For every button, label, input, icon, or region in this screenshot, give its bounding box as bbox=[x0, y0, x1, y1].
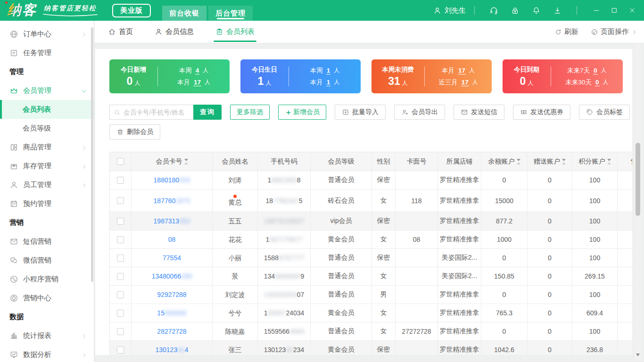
stat-link[interactable]: 本周4人 bbox=[179, 66, 209, 75]
sidebar-item-sms-marketing[interactable]: 短信营销 bbox=[0, 232, 94, 251]
table-row[interactable]: 1880180555 刘涛 188818058 普通会员 保密 罗世精准推拿 0… bbox=[110, 171, 632, 189]
card-no-consume-week[interactable]: 本周未消费 31人 本月17人 近三月17人 bbox=[372, 59, 492, 93]
member-card-link[interactable]: 15888888 bbox=[157, 309, 186, 317]
stat-link[interactable]: 本月17人 bbox=[177, 78, 210, 87]
add-member-button[interactable]: ＋新增会员 bbox=[278, 105, 326, 120]
page-operations-button[interactable]: 页面操作 bbox=[591, 27, 637, 36]
close-button[interactable] bbox=[625, 4, 639, 17]
row-checkbox[interactable] bbox=[117, 328, 124, 335]
download-icon[interactable] bbox=[553, 6, 562, 15]
member-card-link[interactable]: 92927288 bbox=[157, 291, 186, 298]
edition-badge[interactable]: 美业版 bbox=[112, 4, 151, 17]
stat-link[interactable]: 本月1人 bbox=[310, 78, 340, 87]
send-sms-button[interactable]: 发送短信 bbox=[454, 105, 504, 120]
send-coupon-button[interactable]: 发送优惠券 bbox=[513, 105, 570, 120]
tab-member-info[interactable]: 会员信息 bbox=[155, 21, 194, 43]
search-button[interactable]: 查询 bbox=[193, 105, 222, 120]
member-export-button[interactable]: 会员导出 bbox=[394, 105, 445, 120]
sidebar-item-data-analysis[interactable]: 数据分析 bbox=[0, 345, 94, 362]
member-card-link[interactable]: 130123414 bbox=[155, 346, 188, 354]
col-gift[interactable]: 赠送账户 bbox=[528, 152, 572, 171]
search-box bbox=[109, 105, 193, 120]
member-card-link[interactable]: 1877601875 bbox=[154, 197, 190, 205]
main-scrollbar[interactable] bbox=[635, 44, 641, 359]
row-checkbox[interactable] bbox=[117, 197, 124, 204]
stat-link[interactable]: 本月17人 bbox=[442, 66, 475, 75]
more-filter-button[interactable]: 更多筛选 bbox=[230, 105, 270, 120]
sidebar-item-order-center[interactable]: 订单中心 bbox=[0, 25, 94, 43]
col-member-card[interactable]: 会员卡号 bbox=[132, 152, 213, 171]
sidebar-item-miniprogram-marketing[interactable]: 小程序营销 bbox=[0, 270, 94, 288]
store-cell: 罗世精准推拿 bbox=[438, 322, 481, 340]
sidebar-item-staff-manage[interactable]: 员工管理 bbox=[0, 175, 94, 194]
row-checkbox[interactable] bbox=[117, 177, 124, 184]
sort-icon[interactable] bbox=[517, 159, 520, 165]
sort-icon[interactable] bbox=[562, 159, 566, 165]
table-row[interactable]: 1877601875 黄总 1877601875 砖石会员 女 118 罗世精准… bbox=[110, 189, 632, 212]
maximize-button[interactable] bbox=[607, 4, 621, 17]
member-card-link[interactable]: 1987313352 bbox=[154, 217, 190, 225]
row-checkbox[interactable] bbox=[117, 236, 124, 243]
card-birthday-today[interactable]: 今日生日 1人 本周1人 本月1人 bbox=[240, 59, 361, 93]
sale-cell bbox=[618, 286, 632, 304]
lock-icon[interactable] bbox=[511, 6, 520, 15]
row-checkbox[interactable] bbox=[117, 310, 124, 317]
col-balance[interactable]: 余额账户 bbox=[481, 152, 528, 171]
search-input[interactable] bbox=[124, 109, 190, 116]
delete-member-button[interactable]: 删除会员 bbox=[109, 124, 160, 140]
table-row[interactable]: 92927288 刘定波 13333333307 普通会员 男 罗世精准推拿 0… bbox=[110, 286, 632, 304]
row-checkbox[interactable] bbox=[117, 218, 124, 225]
sidebar-item-member-list[interactable]: 会员列表 bbox=[0, 100, 94, 119]
sidebar-item-task-manage[interactable]: 任务管理 bbox=[0, 43, 94, 62]
sidebar-item-goods-manage[interactable]: 商品管理 bbox=[0, 138, 94, 156]
tab-home[interactable]: 首页 bbox=[108, 21, 133, 43]
sidebar-item-wechat-marketing[interactable]: 微信营销 bbox=[0, 251, 94, 270]
card-new-today[interactable]: 今日新增 0人 本周4人 本月17人 bbox=[109, 59, 230, 93]
table-row[interactable]: 08 花花 1587775877 黄金会员 女 08 罗世精准推拿 1000 0… bbox=[110, 230, 632, 249]
sidebar-item-statistics[interactable]: 统计报表 bbox=[0, 326, 94, 345]
sidebar-item-member-manage[interactable]: 会员管理 bbox=[0, 81, 94, 100]
batch-import-button[interactable]: 批量导入 bbox=[335, 105, 386, 120]
table-row[interactable]: 130123414 张三 13012341234 黄金会员 保密 罗世精准推拿 … bbox=[110, 341, 632, 355]
tab-front-cashier[interactable]: 前台收银 bbox=[162, 6, 206, 21]
row-checkbox[interactable] bbox=[117, 255, 124, 262]
select-all-checkbox[interactable] bbox=[117, 158, 124, 165]
member-card-link[interactable]: 28272728 bbox=[157, 328, 186, 335]
table-row[interactable]: 1987313352 五五 19873133527 vip会员 保密 罗世精准推… bbox=[110, 212, 632, 230]
card-expire-today[interactable]: 今日到期 0人 未来7天0人 未来30天0人 bbox=[503, 59, 623, 93]
row-checkbox[interactable] bbox=[117, 346, 124, 354]
member-tag-button[interactable]: 会员标签 bbox=[579, 105, 630, 120]
sidebar-item-marketing-center[interactable]: 营销中心 bbox=[0, 288, 94, 307]
tab-back-admin[interactable]: 后台管理 bbox=[208, 6, 253, 21]
row-checkbox[interactable] bbox=[117, 291, 124, 298]
user-menu[interactable]: 刘先生 bbox=[433, 6, 466, 15]
col-points[interactable]: 积分账户 bbox=[572, 152, 618, 171]
member-card-link[interactable]: 1880180555 bbox=[154, 176, 190, 184]
member-card-link[interactable]: 77554 bbox=[163, 254, 181, 262]
sort-icon[interactable] bbox=[607, 159, 611, 165]
sort-icon[interactable] bbox=[184, 159, 188, 165]
table-row[interactable]: 77554 小丽 15886757777 普通会员 保密 美姿国际2... 0 … bbox=[110, 249, 632, 267]
member-card-link[interactable]: 08 bbox=[168, 236, 176, 243]
stat-link[interactable]: 本周1人 bbox=[310, 66, 340, 75]
sidebar-scrollbar[interactable] bbox=[91, 27, 93, 282]
tab-member-list[interactable]: 会员列表 bbox=[215, 21, 255, 43]
table-row[interactable]: 15888888 兮兮 15555724034 黄金会员 女 罗世精准推拿 76… bbox=[110, 304, 632, 322]
stat-link[interactable]: 近三月17人 bbox=[438, 78, 478, 87]
scrollbar-down-arrow[interactable] bbox=[636, 354, 640, 356]
points-cell: 100 bbox=[572, 212, 618, 230]
minimize-button[interactable] bbox=[589, 4, 603, 17]
sidebar-item-stock-manage[interactable]: 库存管理 bbox=[0, 156, 94, 175]
headset-icon[interactable] bbox=[489, 6, 498, 15]
bell-icon[interactable] bbox=[532, 6, 541, 15]
stat-link[interactable]: 未来7天0人 bbox=[567, 66, 607, 75]
scrollbar-thumb[interactable] bbox=[636, 143, 640, 216]
member-card-link[interactable]: 13480066099 bbox=[152, 272, 192, 280]
sidebar-item-booking-manage[interactable]: 预约管理 bbox=[0, 194, 94, 213]
table-row[interactable]: 13480066099 景 13480066099 普通会员 女 美姿国际2..… bbox=[110, 267, 632, 286]
row-checkbox[interactable] bbox=[117, 273, 124, 280]
stat-link[interactable]: 未来30天0人 bbox=[565, 78, 608, 87]
sidebar-item-member-level[interactable]: 会员等级 bbox=[0, 119, 94, 138]
table-row[interactable]: 28272728 陈晓嘉 15595664843 普通会员 女 27272728… bbox=[110, 322, 632, 341]
refresh-button[interactable]: 刷新 bbox=[554, 27, 578, 36]
